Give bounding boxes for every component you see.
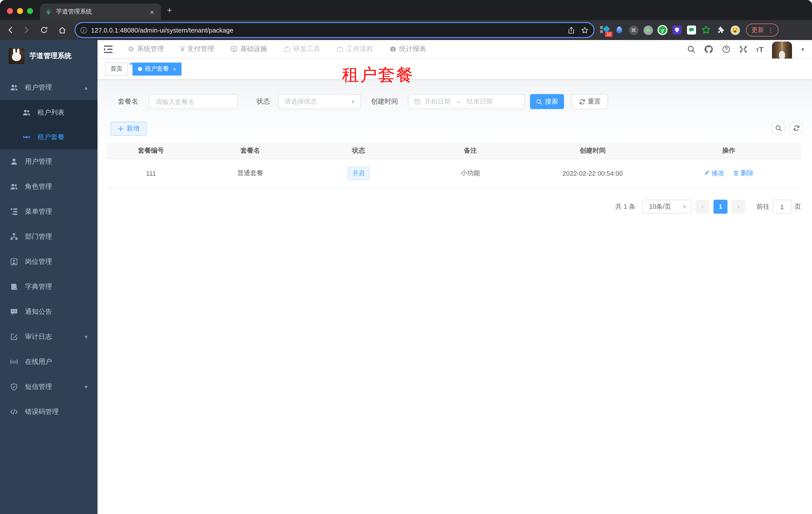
user-icon <box>10 158 18 166</box>
hamburger-icon[interactable] <box>104 45 113 53</box>
extension-badge: 10 <box>605 31 612 37</box>
extension-star-icon[interactable] <box>701 25 711 35</box>
chevron-down-icon: ▼ <box>84 384 88 389</box>
top-menu-report[interactable]: 统计报表 <box>390 45 426 54</box>
extensions-row: 10 ⌘ y <box>600 25 740 35</box>
sidebar-item-role-management[interactable]: 角色管理 <box>0 174 97 199</box>
browser-menu-dots-icon[interactable]: ⋮ <box>767 26 774 34</box>
status-badge: 开启 <box>348 166 370 180</box>
page-unit-label: 页 <box>794 202 801 211</box>
col-package-id: 套餐编号 <box>107 143 196 159</box>
edit-icon <box>704 170 710 176</box>
status-label: 状态 <box>257 94 270 109</box>
next-page-button[interactable]: › <box>731 200 746 214</box>
close-window-button[interactable] <box>7 8 13 14</box>
goto-group: 前往 页 <box>756 200 801 214</box>
tab-close-icon[interactable]: × <box>148 8 156 16</box>
sidebar-item-sms-management[interactable]: 短信管理 ▼ <box>0 374 97 399</box>
sidebar-item-user-management[interactable]: 用户管理 <box>0 149 97 174</box>
profile-emoji-icon[interactable] <box>730 25 740 35</box>
tab-title: 芋道管理系统 <box>56 7 148 16</box>
package-table: 套餐编号 套餐名 状态 备注 创建时间 操作 111 普通套餐 <box>107 143 801 188</box>
forward-button-icon[interactable] <box>23 26 30 34</box>
plus-icon <box>117 125 124 132</box>
sidebar-item-menu-management[interactable]: 菜单管理 <box>0 199 97 224</box>
github-icon[interactable] <box>704 45 714 54</box>
font-size-icon[interactable]: TT <box>756 45 764 54</box>
page-size-select[interactable]: 10条/页 ▼ <box>642 200 692 214</box>
edit-link[interactable]: 修改 <box>704 169 724 178</box>
logo-rabbit-image <box>8 48 25 64</box>
share-icon[interactable] <box>568 26 575 34</box>
fullscreen-icon[interactable] <box>739 45 748 54</box>
add-button[interactable]: 新增 <box>111 121 146 136</box>
extension-grey-dot-icon[interactable] <box>643 25 653 35</box>
back-button-icon[interactable] <box>6 26 14 34</box>
filter-form: 套餐名 状态 请选择状态 ▼ 创建时间 开始日期 - 结束日期 <box>97 94 812 109</box>
url-text[interactable]: 127.0.0.1:48080/admin-ui/system/tenant/p… <box>91 26 561 34</box>
top-menu-infra[interactable]: 基础设施 <box>231 45 267 54</box>
avatar[interactable] <box>772 41 792 61</box>
sidebar-logo[interactable]: 芋道管理系统 <box>0 40 97 71</box>
extension-command-icon[interactable]: ⌘ <box>629 25 638 35</box>
sidebar: 芋道管理系统 租户管理 ▲ 租户列表 租户套餐 <box>0 40 97 514</box>
home-button-icon[interactable] <box>58 26 66 34</box>
sidebar-item-tenant-list[interactable]: 租户列表 <box>0 100 97 125</box>
top-menu-system[interactable]: 系统管理 <box>127 45 164 54</box>
screen: 芋道管理系统 × + i 127.0.0.1:48080/admin-ui/sy… <box>0 0 812 514</box>
extensions-puzzle-icon[interactable] <box>716 25 725 35</box>
sidebar-item-dept-management[interactable]: 部门管理 <box>0 224 97 249</box>
cell-created: 2022-02-22 00:54:00 <box>529 159 657 188</box>
extension-pin-icon[interactable] <box>614 25 624 35</box>
search-icon[interactable] <box>687 45 696 54</box>
delete-link[interactable]: 删除 <box>733 169 754 178</box>
sidebar-item-errcode-management[interactable]: 错误码管理 <box>0 399 97 425</box>
bookmark-star-icon[interactable] <box>581 26 588 34</box>
start-date-placeholder[interactable]: 开始日期 <box>425 97 451 106</box>
toolbox-icon <box>284 46 291 53</box>
top-menu-workflow[interactable]: 工作流程 <box>337 45 373 54</box>
tag-home[interactable]: 首页 <box>106 62 127 75</box>
package-name-field[interactable] <box>149 94 238 109</box>
prev-page-button[interactable]: ‹ <box>696 200 709 214</box>
sidebar-item-tenant-management[interactable]: 租户管理 ▲ <box>0 75 97 100</box>
chevron-down-icon: ▼ <box>682 204 687 210</box>
show-search-button[interactable] <box>772 121 785 135</box>
chrome-update-button[interactable]: 更新 ⋮ <box>746 24 779 36</box>
extension-shield-icon[interactable] <box>672 25 682 35</box>
extension-tabs-icon[interactable]: 10 <box>600 25 609 35</box>
site-info-icon[interactable]: i <box>81 27 87 33</box>
post-icon <box>10 258 18 266</box>
package-name-input[interactable] <box>149 94 237 109</box>
sidebar-item-post-management[interactable]: 岗位管理 <box>0 249 97 274</box>
extension-y-icon[interactable]: y <box>658 25 667 35</box>
goto-page-input[interactable] <box>773 200 791 214</box>
top-menu-devtools[interactable]: 研发工具 <box>284 45 320 54</box>
sidebar-item-notice[interactable]: 通知公告 <box>0 299 97 324</box>
status-select[interactable]: 请选择状态 ▼ <box>278 94 361 109</box>
sidebar-item-tenant-package[interactable]: 租户套餐 <box>0 125 97 149</box>
search-button[interactable]: 搜索 <box>530 94 564 109</box>
new-tab-button[interactable]: + <box>167 6 172 15</box>
current-page-button[interactable]: 1 <box>714 200 727 214</box>
minimize-window-button[interactable] <box>17 8 23 14</box>
sidebar-item-dict-management[interactable]: 字典管理 <box>0 274 97 299</box>
reload-button-icon[interactable] <box>40 26 48 34</box>
extension-chat-icon[interactable] <box>687 25 696 35</box>
zoom-window-button[interactable] <box>27 8 33 14</box>
reset-button[interactable]: 重置 <box>572 94 608 109</box>
tag-close-icon[interactable]: × <box>173 66 176 72</box>
refresh-icon <box>793 125 800 132</box>
top-menu-pay[interactable]: ¥ 支付管理 <box>180 45 214 54</box>
caret-down-icon[interactable]: ▼ <box>801 47 805 52</box>
refresh-table-button[interactable] <box>789 121 804 135</box>
url-bar[interactable]: i 127.0.0.1:48080/admin-ui/system/tenant… <box>76 23 593 37</box>
sidebar-item-online-users[interactable]: 在线用户 <box>0 349 97 374</box>
help-icon[interactable] <box>722 45 730 54</box>
sidebar-item-audit-log[interactable]: 审计日志 ▼ <box>0 324 97 349</box>
end-date-placeholder[interactable]: 结束日期 <box>467 97 493 106</box>
date-range-picker[interactable]: 开始日期 - 结束日期 <box>408 94 524 109</box>
dashboard-icon <box>390 46 397 53</box>
traffic-lights <box>7 8 33 14</box>
browser-tab[interactable]: 芋道管理系统 × <box>40 3 161 20</box>
